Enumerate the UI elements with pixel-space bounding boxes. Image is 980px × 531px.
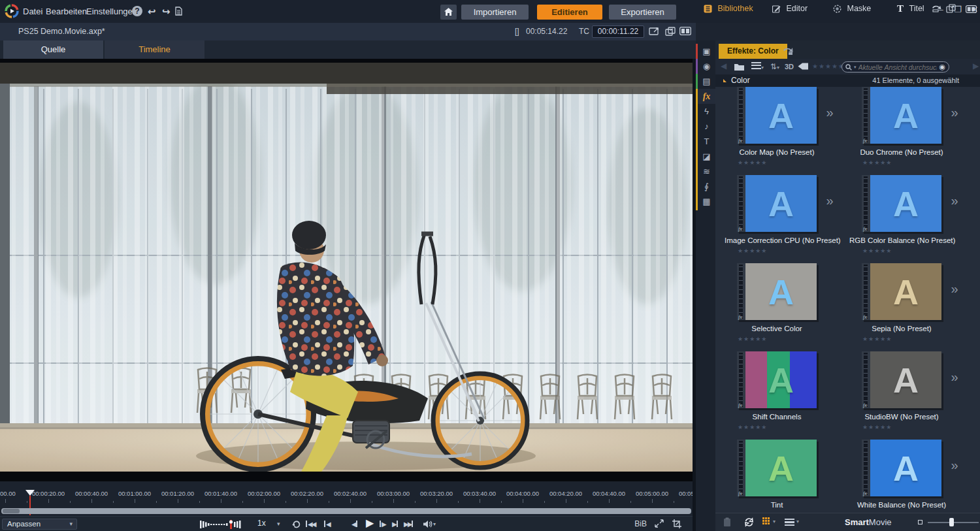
help-icon[interactable]: ? bbox=[132, 6, 142, 16]
video-preview[interactable]: Inter vers Internethandel & Agentur bbox=[0, 59, 693, 481]
expand-presets-chevron[interactable]: » bbox=[947, 105, 962, 120]
play-button[interactable]: ▶ bbox=[366, 517, 374, 528]
effect-thumbnail[interactable]: A fx bbox=[737, 87, 817, 144]
effect-thumbnail[interactable]: A fx bbox=[737, 440, 817, 496]
category-music-icon[interactable]: ♪ bbox=[698, 119, 715, 134]
tab-quelle[interactable]: Quelle bbox=[3, 40, 103, 59]
edit-button[interactable]: Editieren bbox=[537, 5, 602, 20]
tab-titel[interactable]: T Titel bbox=[897, 0, 924, 18]
category-scores-icon[interactable]: ∮ bbox=[698, 179, 715, 194]
effect-item[interactable]: A fx » RGB Color Balance (No Preset) ★★★… bbox=[860, 175, 980, 263]
effect-thumbnail[interactable]: A fx bbox=[737, 263, 817, 320]
effect-thumbnail[interactable]: A fx bbox=[737, 351, 817, 408]
category-layers-icon[interactable]: ≋ bbox=[698, 164, 715, 179]
effect-thumbnail[interactable]: A fx bbox=[862, 440, 941, 496]
effect-preview: A bbox=[745, 351, 817, 408]
effect-item[interactable]: A fx » Duo Chrome (No Preset) ★★★★★ bbox=[860, 87, 980, 175]
sync-icon[interactable] bbox=[744, 517, 754, 527]
timecode-field[interactable]: 00:00:11.22 bbox=[592, 25, 644, 38]
menu-bearbeiten[interactable]: Bearbeiten bbox=[46, 0, 87, 23]
tab-timeline[interactable]: Timeline bbox=[105, 40, 204, 59]
resize-preview-icon[interactable] bbox=[655, 519, 664, 528]
thumb-size-small-icon[interactable] bbox=[918, 520, 923, 524]
undo-icon[interactable]: ↩ bbox=[148, 6, 156, 17]
effect-rating-stars[interactable]: ★★★★★ bbox=[738, 159, 767, 166]
dual-monitor-icon[interactable] bbox=[679, 27, 691, 35]
effect-item[interactable]: A fx » Color Map (No Preset) ★★★★★ bbox=[735, 87, 859, 175]
popout-icon[interactable] bbox=[649, 27, 660, 36]
thumb-size-handle[interactable] bbox=[949, 518, 954, 526]
thumbnail-view-icon[interactable] bbox=[762, 517, 771, 526]
jump-end-button[interactable]: ▶▶ bbox=[404, 518, 413, 530]
effect-item[interactable]: A fx Shift Channels ★★★★★ bbox=[735, 351, 859, 440]
swap-panel-icon[interactable] bbox=[931, 5, 941, 13]
category-effects-icon[interactable]: fx bbox=[698, 89, 715, 104]
copy-preview-icon[interactable] bbox=[665, 27, 676, 37]
document-icon[interactable] bbox=[175, 7, 182, 16]
crop-tool-icon[interactable] bbox=[672, 519, 682, 528]
category-titles-icon[interactable]: T bbox=[698, 134, 715, 149]
chevron-down-icon[interactable]: ▾ bbox=[796, 519, 799, 524]
menu-einstellungen[interactable]: Einstellungen bbox=[86, 0, 137, 23]
effect-item[interactable]: A fx » White Balance (No Preset) ★★★★★ bbox=[860, 440, 980, 513]
effect-rating-stars[interactable]: ★★★★★ bbox=[738, 424, 767, 430]
timeline-ruler[interactable]: 00.0000:00:20.0000:00:40.0000:01:00.0000… bbox=[0, 481, 693, 516]
expand-presets-chevron[interactable]: » bbox=[947, 458, 962, 473]
export-button[interactable]: Exportieren bbox=[609, 5, 676, 20]
volume-button[interactable]: ▾ bbox=[423, 518, 436, 530]
prev-marker-button[interactable]: ◀ bbox=[324, 518, 330, 530]
loop-button[interactable] bbox=[291, 518, 301, 530]
effect-rating-stars[interactable]: ★★★★★ bbox=[862, 336, 892, 342]
frame-forward-button[interactable]: ▶ bbox=[380, 518, 385, 530]
effect-thumbnail[interactable]: A fx bbox=[862, 87, 941, 144]
tab-editor[interactable]: Editor bbox=[772, 0, 808, 18]
expand-presets-chevron[interactable]: » bbox=[947, 282, 962, 297]
timeline-scrollbar[interactable] bbox=[1, 508, 691, 514]
category-montage-icon[interactable]: ▦ bbox=[698, 194, 715, 209]
menu-datei[interactable]: Datei bbox=[23, 0, 42, 23]
category-lightning-icon[interactable]: ϟ bbox=[698, 104, 715, 119]
import-button[interactable]: Importieren bbox=[461, 5, 529, 20]
home-button[interactable] bbox=[440, 5, 457, 20]
smartmovie-button[interactable]: SmartMovie bbox=[845, 517, 892, 527]
playhead-marker[interactable] bbox=[25, 490, 35, 496]
zoom-fit-dropdown[interactable]: Anpassen ▾ bbox=[2, 519, 77, 530]
effect-thumbnail[interactable]: A fx bbox=[737, 175, 817, 232]
jump-start-button[interactable]: ◀◀ bbox=[306, 518, 315, 530]
ruler-tick bbox=[458, 501, 459, 503]
category-projects-icon[interactable]: ▣ bbox=[698, 44, 715, 59]
category-media-icon[interactable]: ◉ bbox=[698, 59, 715, 74]
expand-presets-chevron[interactable]: » bbox=[822, 193, 838, 208]
effect-item[interactable]: A fx Tint ★★★★★ bbox=[735, 440, 859, 513]
effect-rating-stars[interactable]: ★★★★★ bbox=[738, 248, 767, 254]
effect-item[interactable]: A fx » Sepia (No Preset) ★★★★★ bbox=[860, 263, 980, 351]
effect-rating-stars[interactable]: ★★★★★ bbox=[862, 248, 892, 254]
shuttle-control[interactable] bbox=[200, 520, 243, 529]
effect-thumbnail[interactable]: A fx bbox=[862, 351, 941, 408]
detail-view-icon[interactable] bbox=[785, 519, 794, 526]
detach-panel-icon[interactable] bbox=[946, 4, 956, 13]
effect-item[interactable]: A fx » StudioBW (No Preset) ★★★★★ bbox=[860, 351, 980, 440]
effect-thumbnail[interactable]: A fx bbox=[862, 263, 941, 320]
effect-item[interactable]: A fx » Image Correction CPU (No Preset) … bbox=[735, 175, 859, 263]
tab-bibliothek[interactable]: Bibliothek bbox=[704, 0, 753, 18]
playback-speed-dropdown[interactable]: 1x ▾ bbox=[257, 519, 280, 528]
tab-maske[interactable]: Maske bbox=[833, 0, 871, 18]
frame-back-button[interactable]: ◀ bbox=[351, 518, 357, 530]
expand-presets-chevron[interactable]: » bbox=[822, 105, 838, 120]
effect-item[interactable]: A fx Selective Color ★★★★★ bbox=[735, 263, 859, 351]
category-folders-icon[interactable]: ▤ bbox=[698, 74, 715, 89]
app-logo-icon[interactable] bbox=[5, 4, 19, 18]
redo-icon[interactable]: ↪ bbox=[162, 6, 171, 17]
category-transitions-icon[interactable]: ◪ bbox=[698, 149, 715, 164]
effect-rating-stars[interactable]: ★★★★★ bbox=[738, 336, 767, 342]
chevron-down-icon[interactable]: ▾ bbox=[773, 519, 776, 524]
effect-rating-stars[interactable]: ★★★★★ bbox=[862, 424, 892, 430]
clipboard-icon[interactable] bbox=[723, 517, 731, 527]
dual-view-icon[interactable] bbox=[966, 5, 977, 13]
expand-presets-chevron[interactable]: » bbox=[947, 370, 962, 385]
next-marker-button[interactable]: ▶ bbox=[392, 518, 398, 530]
effect-thumbnail[interactable]: A fx bbox=[862, 175, 941, 232]
effect-rating-stars[interactable]: ★★★★★ bbox=[862, 159, 892, 166]
expand-presets-chevron[interactable]: » bbox=[947, 193, 962, 208]
